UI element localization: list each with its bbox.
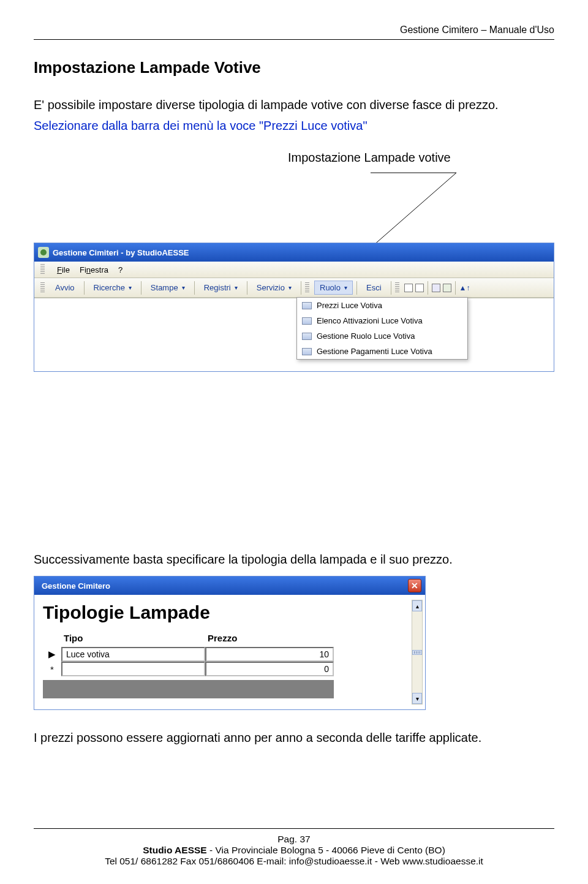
dialog-titlebar: Gestione Cimitero ✕ <box>34 576 425 595</box>
tb-registri[interactable]: Registri <box>198 281 243 295</box>
after-screenshot-1: Successivamente basta specificare la tip… <box>34 549 554 570</box>
tb-icon-3[interactable] <box>432 284 440 292</box>
tb-icon-2[interactable] <box>415 284 424 292</box>
toolbar-grip-1 <box>40 282 45 293</box>
form-icon <box>302 333 312 340</box>
tb-ricerche[interactable]: Ricerche <box>88 281 137 295</box>
tb-icon-1[interactable] <box>404 284 413 292</box>
sep <box>356 281 357 295</box>
app-window: Gestione Cimiteri - by StudioAESSE File … <box>34 243 554 372</box>
tb-esci[interactable]: Esci <box>361 281 387 295</box>
footer-address: - Via Provinciale Bologna 5 - 40066 Piev… <box>207 845 445 855</box>
screenshot-1-area: Impostazione Lampade votive Gestione Cim… <box>34 151 554 341</box>
close-button[interactable]: ✕ <box>408 579 421 592</box>
sep <box>247 281 247 295</box>
scroll-down-icon[interactable]: ▾ <box>412 693 422 704</box>
footer-company: Studio AESSE <box>143 845 207 855</box>
dd-elenco-attivazioni[interactable]: Elenco Attivazioni Luce Votiva <box>297 313 467 328</box>
scroll-thumb[interactable] <box>412 650 422 655</box>
prezzo-input[interactable]: 10 <box>205 647 334 662</box>
tipo-input[interactable]: Luce votiva <box>61 647 205 662</box>
form-icon <box>302 317 312 325</box>
tb-icon-5[interactable]: ▲↑ <box>459 284 470 292</box>
form-icon <box>302 302 312 309</box>
toolbar-grip-3 <box>395 282 399 293</box>
row-marker-new: * <box>43 664 61 674</box>
ruolo-dropdown: Prezzi Luce Votiva Elenco Attivazioni Lu… <box>296 297 468 360</box>
dialog-window: Gestione Cimitero ✕ ▴ ▾ Tipologie Lampad… <box>34 576 426 710</box>
after-screenshot-2: I prezzi possono essere aggiornati anno … <box>34 727 554 748</box>
intro-paragraph: E' possibile impostare diverse tipologia… <box>34 94 554 115</box>
sep <box>455 281 456 295</box>
toolbar: Avvio Ricerche Stampe Registri Servizio … <box>34 278 554 298</box>
sep <box>391 281 391 295</box>
footer-page: Pag. 37 <box>34 834 554 845</box>
tb-ruolo[interactable]: Ruolo <box>314 281 353 295</box>
dd-gestione-pagamenti[interactable]: Gestione Pagamenti Luce Votiva <box>297 344 467 359</box>
dd-prezzi-luce[interactable]: Prezzi Luce Votiva <box>297 298 467 313</box>
tb-icon-4[interactable] <box>443 284 451 292</box>
form-icon <box>302 348 312 355</box>
sep <box>194 281 195 295</box>
grid-spacer <box>43 680 334 698</box>
app-titlebar: Gestione Cimiteri - by StudioAESSE <box>34 243 554 262</box>
page-footer: Pag. 37 Studio AESSE - Via Provinciale B… <box>34 828 554 867</box>
row-marker: ▶ <box>43 649 61 660</box>
app-icon <box>38 247 49 258</box>
sep <box>141 281 141 295</box>
menu-file[interactable]: File <box>57 265 70 274</box>
sep <box>428 281 428 295</box>
scroll-up-icon[interactable]: ▴ <box>412 600 422 611</box>
dialog-title: Gestione Cimitero <box>42 581 110 591</box>
dialog-heading: Tipologie Lampade <box>43 602 417 623</box>
scrollbar[interactable]: ▴ ▾ <box>412 600 423 705</box>
tb-servizio[interactable]: Servizio <box>251 281 297 295</box>
col-tipo: Tipo <box>61 629 205 647</box>
menubar-grip <box>40 264 45 275</box>
dd-gestione-ruolo[interactable]: Gestione Ruolo Luce Votiva <box>297 328 467 344</box>
tipo-input-new[interactable] <box>61 662 205 676</box>
section-heading: Impostazione Lampade Votive <box>34 58 554 77</box>
toolbar-grip-2 <box>305 282 309 293</box>
tipologie-grid: Tipo Prezzo ▶ Luce votiva 10 * 0 <box>43 629 417 698</box>
menu-help[interactable]: ? <box>118 265 123 274</box>
sep <box>84 281 85 295</box>
instruction-text: Selezionare dalla barra dei menù la voce… <box>34 115 554 136</box>
dialog-body: ▴ ▾ Tipologie Lampade Tipo Prezzo ▶ Luce… <box>34 595 425 709</box>
header-rule <box>34 39 554 40</box>
app-title: Gestione Cimiteri - by StudioAESSE <box>53 248 189 257</box>
app-client: Prezzi Luce Votiva Elenco Attivazioni Lu… <box>34 298 554 371</box>
footer-contacts: Tel 051/ 6861282 Fax 051/6860406 E-mail:… <box>34 856 554 867</box>
tb-stampe[interactable]: Stampe <box>145 281 190 295</box>
page-header: Gestione Cimitero – Manuale d'Uso <box>34 25 554 36</box>
menu-finestra[interactable]: Finestra <box>80 265 108 274</box>
menubar: File Finestra ? <box>34 262 554 278</box>
callout-label: Impostazione Lampade votive <box>288 151 451 165</box>
col-prezzo: Prezzo <box>205 629 334 647</box>
tb-avvio[interactable]: Avvio <box>50 281 80 295</box>
prezzo-input-new[interactable]: 0 <box>205 662 334 676</box>
sep <box>301 281 301 295</box>
